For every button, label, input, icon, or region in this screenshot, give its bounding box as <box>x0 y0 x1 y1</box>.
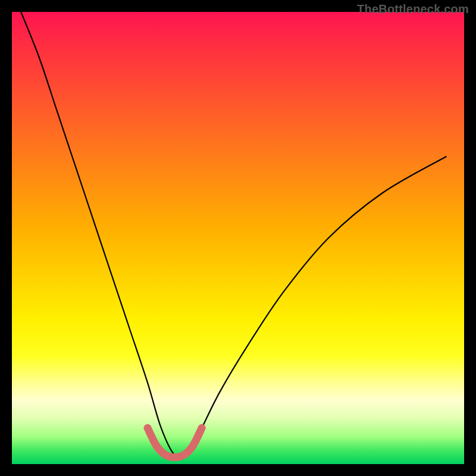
optimal-band <box>148 428 202 457</box>
bottleneck-curve <box>21 12 446 459</box>
plot-area <box>12 12 464 464</box>
watermark-text: TheBottleneck.com <box>357 2 469 16</box>
chart-frame: TheBottleneck.com <box>0 0 476 476</box>
curve-layer <box>12 12 464 464</box>
